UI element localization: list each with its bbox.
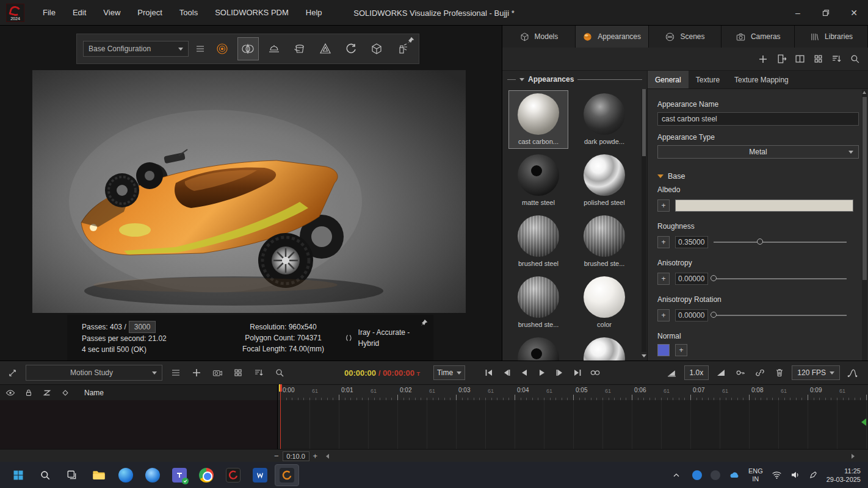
wifi-icon[interactable]: [772, 470, 782, 479]
anisotropy-input[interactable]: [675, 273, 708, 285]
tab-texture-mapping[interactable]: Texture Mapping: [727, 71, 796, 88]
curve-editor-button[interactable]: [845, 365, 859, 380]
tray-chevron-up-icon[interactable]: [669, 468, 684, 483]
material-item[interactable]: brushed ste...: [574, 212, 634, 271]
preview-render-button[interactable]: [665, 365, 679, 380]
material-item[interactable]: dark powde...: [574, 90, 634, 149]
configuration-menu-button[interactable]: [193, 41, 208, 56]
add-appearance-button[interactable]: [756, 52, 770, 66]
play-forward-button[interactable]: [534, 365, 549, 380]
tray-icon-moon[interactable]: [711, 470, 720, 480]
app-browser-button[interactable]: [140, 464, 165, 486]
passes-limit-field[interactable]: 3000: [129, 321, 156, 333]
timeline-search-button[interactable]: [272, 365, 287, 380]
volume-icon[interactable]: [790, 470, 800, 479]
tab-texture[interactable]: Texture: [689, 71, 727, 88]
anisotropy-rotation-add-texture-button[interactable]: +: [657, 309, 670, 321]
fps-dropdown[interactable]: 120 FPS: [792, 365, 840, 380]
properties-scrollbar[interactable]: [862, 90, 867, 361]
roughness-slider[interactable]: [714, 236, 847, 248]
motion-study-dropdown[interactable]: Motion Study: [26, 365, 162, 381]
play-backward-button[interactable]: [516, 365, 532, 380]
start-button[interactable]: [6, 464, 31, 486]
tab-models[interactable]: Models: [502, 26, 576, 48]
normal-swatch[interactable]: [657, 344, 670, 356]
slider-handle[interactable]: [711, 312, 717, 318]
restore-button[interactable]: [812, 0, 840, 26]
duration-field[interactable]: 0:10.0: [283, 451, 309, 461]
app-solidworks-button[interactable]: [221, 464, 245, 486]
tab-cameras[interactable]: Cameras: [722, 26, 795, 48]
dome-environment-button[interactable]: [264, 37, 284, 60]
step-forward-button[interactable]: [552, 365, 567, 380]
step-back-button[interactable]: [499, 365, 514, 380]
material-item[interactable]: matte steel: [508, 151, 568, 210]
app-word-button[interactable]: [248, 464, 272, 486]
add-keyframe-camera-button[interactable]: [210, 365, 225, 380]
search-button[interactable]: [847, 52, 862, 66]
normal-add-texture-button[interactable]: +: [675, 344, 687, 356]
motion-study-menu-button[interactable]: [168, 365, 183, 380]
zoom-in-button[interactable]: +: [313, 451, 318, 461]
tray-cloud-icon[interactable]: [729, 471, 740, 479]
appearance-name-input[interactable]: [657, 112, 859, 126]
albedo-swatch[interactable]: [675, 199, 853, 212]
anisotropy-rotation-slider[interactable]: [714, 309, 847, 321]
task-view-button[interactable]: [60, 464, 84, 486]
menu-file[interactable]: File: [43, 8, 56, 17]
skip-to-start-button[interactable]: [481, 365, 496, 380]
tab-appearances[interactable]: Appearances: [576, 26, 649, 48]
menu-tools[interactable]: Tools: [179, 8, 198, 17]
ramp-icon[interactable]: [714, 365, 728, 380]
app-teams-button[interactable]: [167, 464, 192, 486]
palette-scrollbar[interactable]: [642, 89, 646, 352]
loop-button[interactable]: [587, 365, 602, 380]
material-item[interactable]: [574, 334, 634, 361]
playhead[interactable]: [280, 384, 281, 449]
split-sphere-button[interactable]: [237, 37, 258, 60]
menu-edit[interactable]: Edit: [73, 8, 86, 17]
link-button[interactable]: [753, 365, 767, 380]
roughness-input[interactable]: [675, 236, 708, 248]
roughness-add-texture-button[interactable]: +: [657, 236, 670, 248]
scroll-down-icon[interactable]: [642, 351, 646, 359]
slider-handle[interactable]: [757, 239, 763, 245]
z-order-icon[interactable]: [42, 386, 52, 400]
timeline-sort-button[interactable]: [251, 365, 266, 380]
import-button[interactable]: [774, 52, 789, 66]
anisotropy-slider[interactable]: [714, 273, 847, 285]
timeline-ruler[interactable]: 0:00610:01610:02610:03610:04610:05610:06…: [278, 385, 868, 401]
pan-arrows-icon[interactable]: [5, 365, 20, 380]
material-item[interactable]: brushed steel: [508, 212, 568, 271]
add-motion-study-button[interactable]: [189, 365, 204, 380]
menu-help[interactable]: Help: [306, 8, 322, 17]
close-button[interactable]: ✕: [840, 0, 868, 26]
track-names-area[interactable]: [0, 400, 278, 449]
material-item[interactable]: [508, 334, 568, 361]
tab-scenes[interactable]: Scenes: [649, 26, 722, 48]
slider-handle[interactable]: [711, 275, 717, 281]
playback-speed-box[interactable]: 1.0x: [684, 365, 709, 380]
appearance-bucket-button[interactable]: [289, 37, 310, 60]
taskbar-clock[interactable]: 11:25 29-03-2025: [826, 467, 861, 484]
skip-to-end-button[interactable]: [570, 365, 585, 380]
thumbnail-grid-button[interactable]: [811, 52, 825, 66]
keyframe-key-button[interactable]: [733, 365, 748, 380]
app-visualize-button[interactable]: [275, 464, 299, 486]
zoom-out-button[interactable]: −: [274, 451, 279, 461]
scrollbar-thumb[interactable]: [642, 89, 646, 156]
split-view-button[interactable]: [792, 52, 807, 66]
app-edge-button[interactable]: [114, 464, 138, 486]
file-explorer-button[interactable]: [87, 464, 111, 486]
minimize-button[interactable]: –: [784, 0, 812, 26]
track-keyframes-area[interactable]: [278, 400, 868, 449]
visibility-eye-icon[interactable]: [5, 386, 16, 400]
configuration-dropdown[interactable]: Base Configuration: [83, 41, 189, 57]
anisotropy-rotation-input[interactable]: [675, 309, 708, 321]
albedo-add-texture-button[interactable]: +: [657, 199, 670, 212]
render-target-button[interactable]: [212, 37, 233, 60]
language-indicator[interactable]: ENG IN: [748, 467, 763, 483]
scroll-right-button[interactable]: [852, 454, 855, 459]
material-item[interactable]: brushed ste...: [508, 273, 568, 332]
material-item[interactable]: cast carbon...: [508, 90, 568, 149]
